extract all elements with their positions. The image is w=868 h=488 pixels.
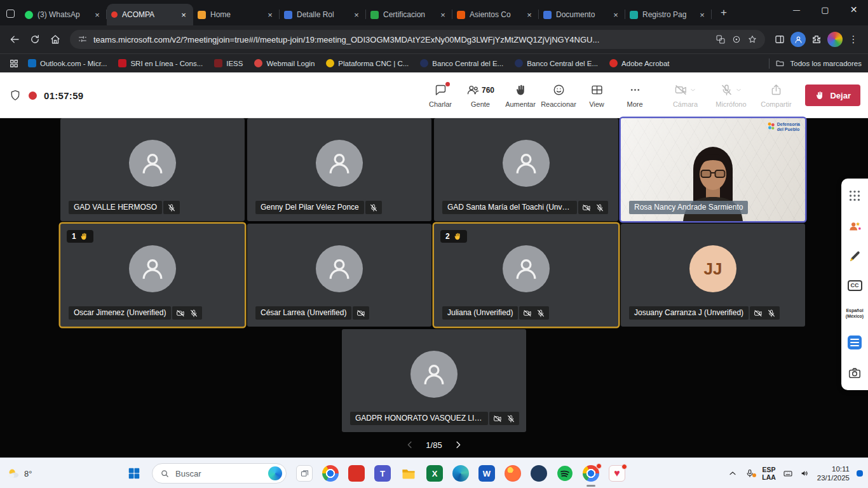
people-button[interactable]: 760 Gente: [460, 83, 501, 108]
tab-certificacion[interactable]: Certificacion ×: [366, 4, 452, 25]
tab-close-icon[interactable]: ×: [179, 10, 189, 20]
participant-tile[interactable]: Genny Del Pilar Vélez Ponce: [247, 118, 431, 221]
touch-keyboard-icon[interactable]: [783, 468, 793, 478]
side-panel-icon[interactable]: [770, 30, 789, 49]
react-button[interactable]: Reaccionar: [540, 83, 577, 108]
edge-icon[interactable]: [452, 465, 469, 482]
maximize-button[interactable]: ▢: [811, 0, 839, 19]
more-button[interactable]: More: [616, 83, 653, 108]
participant-tile[interactable]: 2 Juliana (Unverified): [434, 224, 618, 327]
participant-tile[interactable]: JJ Josuany Carranza J (Unverified): [621, 224, 805, 327]
bookmark-cnc[interactable]: Plataforma CNC | C...: [321, 57, 414, 69]
back-icon[interactable]: [5, 30, 24, 49]
chat-button[interactable]: Charlar: [422, 83, 459, 108]
task-view-icon[interactable]: [296, 465, 313, 482]
tab-documento[interactable]: Documento ×: [539, 4, 625, 25]
tab-registro[interactable]: Registro Pag ×: [625, 4, 712, 25]
tab-close-icon[interactable]: ×: [92, 10, 102, 20]
captions-cc-icon[interactable]: CC: [848, 280, 862, 291]
minimize-button[interactable]: —: [782, 0, 811, 19]
previous-page-icon[interactable]: [404, 439, 416, 451]
close-button[interactable]: ✕: [839, 0, 868, 19]
tab-close-icon[interactable]: ×: [351, 10, 362, 20]
bookmark-outlook[interactable]: Outlook.com - Micr...: [23, 57, 112, 69]
file-explorer-icon[interactable]: [400, 465, 417, 482]
tab-close-icon[interactable]: ×: [265, 10, 275, 20]
search-box[interactable]: Buscar: [152, 463, 287, 484]
participant-tile-video[interactable]: Defensoríadel Pueblo Rosa Nancy Andrade …: [621, 118, 805, 221]
screenshot-camera-icon[interactable]: [848, 366, 862, 380]
tab-meeting-active[interactable]: ACOMPA ×: [107, 4, 193, 25]
signed-in-avatar[interactable]: [790, 32, 806, 47]
chevron-down-icon[interactable]: [735, 86, 742, 93]
volume-icon[interactable]: [800, 468, 810, 478]
new-tab-button[interactable]: +: [715, 4, 732, 21]
chrome-active-icon[interactable]: [583, 465, 599, 482]
refresh-icon[interactable]: [25, 30, 44, 49]
tab-detalle-rol[interactable]: Detalle Rol ×: [280, 4, 366, 25]
translate-icon[interactable]: [715, 34, 726, 44]
bookmark-bce-1[interactable]: Banco Central del E...: [415, 57, 508, 69]
profile-avatar[interactable]: [827, 32, 843, 47]
next-page-icon[interactable]: [452, 439, 464, 451]
browser-window-icon: [6, 10, 15, 18]
cam-off-icon: [176, 309, 185, 318]
microphone-button[interactable]: Micrófono: [707, 83, 754, 108]
chevron-down-icon[interactable]: [689, 86, 696, 93]
tab-close-icon[interactable]: ×: [438, 10, 448, 20]
tab-close-icon[interactable]: ×: [697, 10, 707, 20]
favicon-icon: [198, 11, 206, 19]
weather-widget[interactable]: 8°: [6, 458, 32, 488]
participant-tile[interactable]: GAD VALLE HERMOSO: [60, 118, 245, 221]
kebab-menu-icon[interactable]: ⋮: [844, 30, 863, 49]
spotify-icon[interactable]: [557, 465, 573, 482]
annotate-pen-icon[interactable]: [848, 250, 862, 264]
chrome-app-icon[interactable]: [322, 465, 339, 482]
participant-tile[interactable]: 1 Oscar Jimenez (Unverified): [60, 224, 245, 327]
tab-whatsapp[interactable]: (3) WhatsAp ×: [20, 4, 107, 25]
raise-hand-button[interactable]: Aumentar: [502, 83, 539, 108]
favicon-icon: [284, 11, 292, 19]
tab-home[interactable]: Home ×: [193, 4, 280, 25]
all-bookmarks[interactable]: Todos los marcadores: [769, 58, 862, 69]
hidden-icons-chevron[interactable]: [728, 468, 738, 478]
heart-app-icon[interactable]: ♥: [609, 465, 625, 482]
tab-close-icon[interactable]: ×: [611, 10, 621, 20]
bookmark-bce-2[interactable]: Banco Central del E...: [510, 57, 603, 69]
lens-icon[interactable]: [731, 34, 742, 44]
leave-button[interactable]: Dejar: [805, 85, 860, 106]
bookmark-sri[interactable]: SRI en Línea - Cons...: [113, 57, 208, 69]
red-app-icon[interactable]: [348, 465, 365, 482]
address-bar[interactable]: teams.microsoft.com/v2/?meetingjoin=true…: [70, 30, 765, 49]
start-button[interactable]: [126, 465, 142, 482]
bookmark-webmail[interactable]: Webmail Login: [249, 57, 320, 69]
extensions-puzzle-icon[interactable]: [807, 30, 826, 49]
home-icon[interactable]: [46, 30, 65, 49]
firefox-icon[interactable]: [505, 465, 521, 482]
notification-indicator[interactable]: [857, 470, 863, 477]
bookmark-acrobat[interactable]: Adobe Acrobat: [604, 57, 674, 69]
apps-grid-icon[interactable]: [848, 189, 862, 203]
participant-tile[interactable]: GADPR HONORATO VASQUEZ LIC. VI...: [342, 329, 526, 432]
view-button[interactable]: View: [578, 83, 615, 108]
participant-tile[interactable]: GAD Santa María del Toachi (Unverifi...: [434, 118, 618, 221]
reactions-icon[interactable]: [848, 219, 862, 233]
bookmark-star-icon[interactable]: [747, 34, 757, 44]
apps-shortcut-icon[interactable]: [6, 56, 22, 71]
participant-tile[interactable]: César Larrea (Unverified): [247, 224, 431, 327]
excel-icon[interactable]: X: [426, 465, 443, 482]
site-settings-icon[interactable]: [78, 34, 88, 44]
language-indicator[interactable]: ESPLAA: [762, 466, 776, 481]
notes-icon[interactable]: [848, 336, 862, 349]
clock[interactable]: 10:1123/1/2025: [817, 464, 850, 482]
tab-asientos[interactable]: Asientos Co ×: [452, 4, 539, 25]
share-button[interactable]: Compartir: [756, 83, 796, 108]
camera-button[interactable]: Cámara: [664, 83, 706, 108]
shield-icon: [9, 89, 22, 102]
teams-app-icon[interactable]: T: [374, 465, 391, 482]
tray-mic-icon[interactable]: [745, 468, 755, 478]
tab-close-icon[interactable]: ×: [524, 10, 534, 20]
word-icon[interactable]: W: [478, 465, 495, 482]
bookmark-iess[interactable]: IESS: [209, 57, 248, 69]
dark-app-icon[interactable]: [531, 465, 547, 482]
